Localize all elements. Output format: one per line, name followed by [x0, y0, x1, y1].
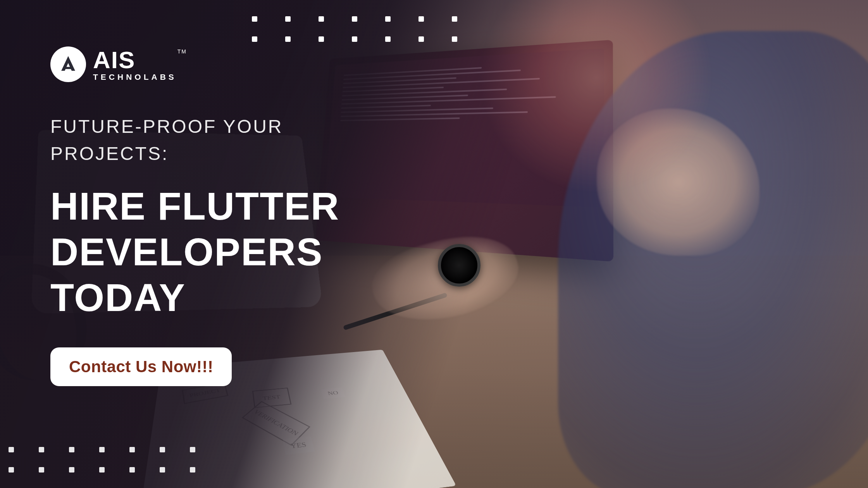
logo-brand-name: AIS TM [93, 48, 177, 72]
hero-content: AIS TM TECHNOLABS FUTURE-PROOF YOUR PROJ… [0, 0, 868, 488]
logo-trademark: TM [177, 49, 187, 54]
company-logo: AIS TM TECHNOLABS [50, 46, 818, 82]
contact-button[interactable]: Contact Us Now!!! [50, 347, 232, 386]
logo-tagline: TECHNOLABS [93, 73, 177, 81]
hero-title: HIRE FLUTTER DEVELOPERS TODAY [50, 183, 438, 320]
hero-subtitle: FUTURE-PROOF YOUR PROJECTS: [50, 113, 399, 167]
logo-a-icon [57, 53, 79, 75]
logo-icon [50, 46, 86, 82]
logo-text-block: AIS TM TECHNOLABS [93, 48, 177, 81]
hero-banner: PROJECT TEST VERIFICATION YES NO [0, 0, 868, 488]
